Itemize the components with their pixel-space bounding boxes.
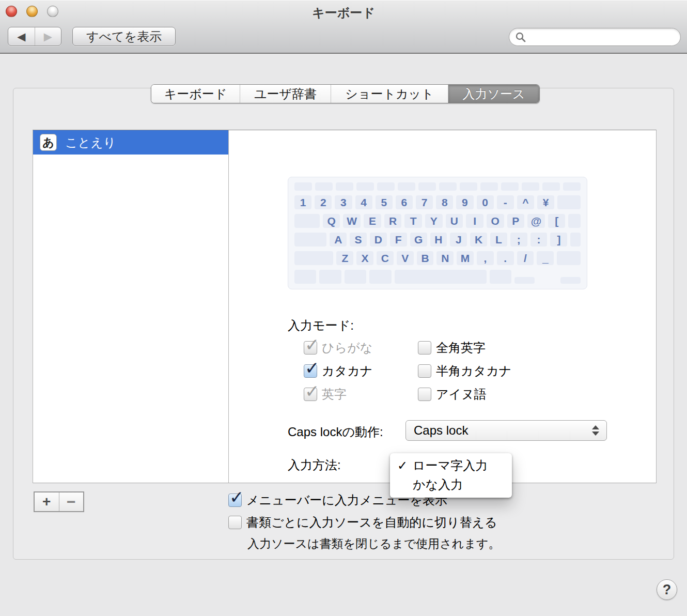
- key-7: 7: [416, 195, 433, 209]
- search-input[interactable]: [530, 30, 680, 44]
- keyboard-row: ZXCVBNM,./_: [294, 251, 581, 265]
- show-all-button[interactable]: すべてを表示: [72, 27, 176, 46]
- key-U: U: [446, 214, 463, 228]
- caps-lock-label: Caps lockの動作:: [288, 424, 383, 440]
- checkbox-メニューバーに入力メニューを表示[interactable]: ✓: [228, 494, 242, 507]
- checkbox-書類ごとに入力ソースを自動的に切り替える[interactable]: [228, 516, 242, 529]
- question-mark-icon: ?: [663, 582, 672, 598]
- back-arrow-icon: ◀: [17, 30, 25, 43]
- key-]: ]: [550, 233, 567, 247]
- forward-button[interactable]: ▶: [35, 27, 61, 45]
- input-mode-row: 全角英字: [418, 340, 486, 356]
- key-blank: [369, 270, 391, 284]
- key-W: W: [343, 214, 361, 228]
- key-;: ;: [510, 233, 527, 247]
- caps-lock-popup[interactable]: Caps lock: [405, 420, 607, 441]
- key-blank: [560, 277, 581, 284]
- back-button[interactable]: ◀: [8, 27, 35, 45]
- remove-input-source-button[interactable]: −: [59, 492, 84, 511]
- key-I: I: [466, 214, 483, 228]
- checkbox-英字: ✓: [304, 388, 317, 401]
- checkbox-label: カタカナ: [322, 363, 372, 379]
- help-button[interactable]: ?: [657, 579, 677, 600]
- key-M: M: [457, 251, 474, 265]
- menu-item-かな入力[interactable]: かな入力: [390, 475, 512, 494]
- tab-入力ソース[interactable]: 入力ソース: [448, 85, 539, 103]
- key-O: O: [487, 214, 504, 228]
- key-L: L: [490, 233, 507, 247]
- key-Q: Q: [323, 214, 340, 228]
- input-mode-row: アイヌ語: [418, 386, 487, 403]
- key-blank: [315, 182, 333, 191]
- key-blank: [568, 214, 581, 228]
- keyboard-row: [294, 182, 581, 191]
- key-blank: [490, 270, 511, 284]
- keyboard-row: ASDFGHJKL;:]: [294, 233, 581, 247]
- forward-arrow-icon: ▶: [44, 30, 52, 43]
- key-9: 9: [456, 195, 473, 209]
- search-field[interactable]: [509, 28, 681, 46]
- key-blank: [356, 182, 374, 191]
- key-[: [: [548, 214, 566, 228]
- popup-arrows-icon: [592, 421, 599, 440]
- key-_: _: [537, 251, 554, 265]
- keyboard-layout-preview: 1234567890-^¥QWERTYUIOP@[ASDFGHJKL;:]ZXC…: [288, 177, 587, 289]
- input-method-label: 入力方法:: [288, 457, 341, 473]
- key-@: @: [527, 214, 545, 228]
- key-blank: [557, 195, 581, 209]
- input-source-badge-icon: あ: [40, 134, 57, 151]
- menu-item-ローマ字入力[interactable]: ✓ローマ字入力: [390, 456, 512, 475]
- window-title: キーボード: [0, 5, 687, 21]
- key-blank: [398, 182, 415, 191]
- add-input-source-button[interactable]: +: [35, 492, 59, 511]
- checkbox-アイヌ語[interactable]: [418, 388, 431, 401]
- key-6: 6: [396, 195, 413, 209]
- option-row: 書類ごとに入力ソースを自動的に切り替える: [228, 514, 497, 531]
- key-,: ,: [477, 251, 494, 265]
- key-1: 1: [294, 195, 311, 209]
- checkbox-カタカナ[interactable]: ✓: [304, 364, 317, 378]
- tab-ユーザ辞書[interactable]: ユーザ辞書: [240, 85, 331, 103]
- key-^: ^: [517, 195, 534, 209]
- key-:: :: [530, 233, 548, 247]
- key-Z: Z: [336, 251, 353, 265]
- checkbox-半角カタカナ[interactable]: [418, 364, 431, 378]
- key-N: N: [436, 251, 454, 265]
- key-H: H: [430, 233, 447, 247]
- input-sources-box: あことえり 1234567890-^¥QWERTYUIOP@[ASDFGHJKL…: [33, 130, 657, 483]
- key-5: 5: [376, 195, 393, 209]
- key-/: /: [517, 251, 534, 265]
- key-blank: [501, 182, 519, 191]
- key-blank: [460, 182, 477, 191]
- key-P: P: [507, 214, 525, 228]
- key-blank: [294, 233, 326, 247]
- source-list-item[interactable]: あことえり: [33, 130, 228, 155]
- key-X: X: [356, 251, 373, 265]
- checkbox-label: 半角カタカナ: [436, 363, 511, 379]
- key-blank: [563, 182, 581, 191]
- key-blank: [294, 270, 316, 284]
- input-mode-row: ✓ひらがな: [304, 340, 372, 356]
- tab-ショートカット[interactable]: ショートカット: [331, 85, 448, 103]
- key-¥: ¥: [537, 195, 554, 209]
- key-blank: [294, 251, 333, 265]
- checkbox-全角英字[interactable]: [418, 341, 431, 355]
- nav-button-group: ◀ ▶: [8, 27, 61, 46]
- key-blank: [557, 251, 581, 265]
- key-C: C: [377, 251, 394, 265]
- tab-キーボード[interactable]: キーボード: [151, 85, 240, 103]
- key-blank: [514, 277, 535, 284]
- key-blank: [439, 182, 457, 191]
- keyboard-row: [294, 270, 581, 284]
- key-Y: Y: [425, 214, 443, 228]
- preferences-panel: あことえり 1234567890-^¥QWERTYUIOP@[ASDFGHJKL…: [13, 88, 674, 560]
- input-mode-label: 入力モード:: [288, 317, 354, 334]
- check-icon: ✓: [305, 359, 320, 377]
- key-T: T: [404, 214, 422, 228]
- key-blank: [418, 182, 436, 191]
- key-8: 8: [436, 195, 453, 209]
- input-mode-row: ✓英字: [304, 386, 347, 403]
- key-J: J: [450, 233, 467, 247]
- show-all-label: すべてを表示: [86, 28, 162, 45]
- titlebar: キーボード ◀ ▶ すべてを表示: [0, 0, 687, 54]
